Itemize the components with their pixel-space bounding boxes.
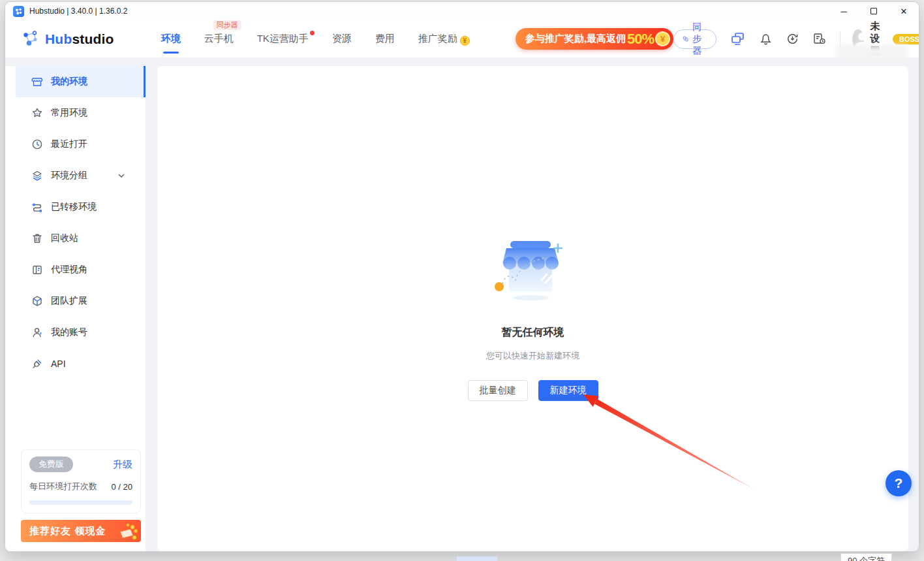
shop-icon [31,76,43,88]
bell-icon [759,32,773,46]
referral-banner[interactable]: 推荐好友 领现金 [21,520,141,542]
notification-dot [310,31,315,35]
app-window: Hubstudio | 3.40.0 | 1.36.0.2 ─ ✕ Hubstu… [5,1,919,552]
hubstudio-logo-icon [13,6,24,17]
check-update-button[interactable] [786,32,799,46]
empty-state-subtitle: 您可以快速开始新建环境 [486,350,579,362]
promotion-banner-highlight: 50% [627,31,654,48]
tab-resources[interactable]: 资源 [332,33,352,45]
trash-icon [31,232,43,244]
synchronizer-button[interactable]: 同步器 [673,29,716,49]
background-cutoff-text: 90 个字符 [840,553,892,561]
sidebar-item-favorite-environments[interactable]: 常用环境 [5,97,146,129]
sidebar-item-label: 回收站 [51,232,78,244]
sidebar-item-proxy-view[interactable]: 代理视角 [5,254,146,285]
star-icon [31,107,43,119]
role-badge: BOSS [893,34,919,44]
daily-open-quota-value: 0 / 20 [111,482,132,492]
sidebar-item-label: 团队扩展 [51,295,87,307]
sidebar-item-label: 环境分组 [51,170,87,182]
close-button[interactable]: ✕ [889,2,919,20]
hubstudio-logo[interactable]: Hubstudio [21,29,114,49]
update-icon [786,32,799,46]
daily-open-quota-label: 每日环境打开次数 [29,481,97,492]
referral-banner-text: 推荐好友 领现金 [29,525,106,537]
notifications-button[interactable] [759,32,773,46]
chevron-down-icon[interactable] [117,171,134,180]
sidebar-item-my-environments[interactable]: 我的环境 [16,66,146,97]
team-cube-icon [31,295,43,307]
layers-icon [31,170,43,182]
sidebar-item-recycle-bin[interactable]: 回收站 [5,223,146,254]
gift-coins-icon [111,521,138,542]
sidebar-item-label: 我的环境 [51,76,87,88]
operation-log-button[interactable] [812,32,827,46]
sidebar-item-label: 已转移环境 [51,201,97,213]
tab-billing[interactable]: 费用 [375,33,395,45]
promotion-banner-text: 参与推广奖励,最高返佣 [525,33,626,45]
coin-icon: ¥ [655,31,670,46]
sidebar-item-label: API [51,359,66,369]
hubstudio-molecule-icon [21,29,40,49]
tab-environment[interactable]: 环境 [161,33,181,45]
clock-icon [31,138,43,150]
sync-device-badge: 同步器 [213,20,241,30]
quota-progress-bar [29,500,132,505]
coin-icon: ¥ [460,36,470,46]
empty-state: 暂无任何环境 您可以快速开始新建环境 批量创建 新建环境 [157,66,908,401]
synchronizer-icon [683,33,688,44]
tab-promotion-rewards[interactable]: 推广奖励¥ [418,33,470,46]
sidebar-item-label: 代理视角 [51,264,87,276]
tab-tk-assistant[interactable]: TK运营助手 [257,33,309,45]
synchronizer-label: 同步器 [692,22,707,57]
sidebar-item-recently-opened[interactable]: 最近打开 [5,129,146,160]
plan-card: 免费版 升级 每日环境打开次数 0 / 20 [21,449,141,513]
batch-create-button[interactable]: 批量创建 [468,380,528,401]
window-manager-button[interactable] [730,31,746,46]
minimize-button[interactable]: ─ [829,2,859,20]
logo-text-studio: studio [72,31,114,46]
proxy-view-icon [31,264,43,276]
header: Hubstudio 环境 同步器 云手机 TK运营助手 资源 费用 推广奖励¥ … [5,20,919,57]
transfer-icon [31,201,43,213]
sidebar-item-team-expansion[interactable]: 团队扩展 [5,285,146,317]
empty-state-title: 暂无任何环境 [502,326,564,340]
main-panel: 暂无任何环境 您可以快速开始新建环境 批量创建 新建环境 [157,66,908,551]
plan-badge: 免费版 [29,457,73,472]
upgrade-link[interactable]: 升级 [113,458,132,471]
sidebar-item-label: 我的账号 [51,327,87,338]
sidebar-item-my-account[interactable]: 我的账号 [5,317,146,348]
window-title: Hubstudio | 3.40.0 | 1.36.0.2 [29,7,127,16]
sidebar-item-environment-groups[interactable]: 环境分组 [5,160,146,191]
main-nav: 环境 同步器 云手机 TK运营助手 资源 费用 推广奖励¥ [161,33,493,46]
maximize-button[interactable] [859,2,889,20]
create-environment-button[interactable]: 新建环境 [538,380,598,401]
log-document-icon [812,32,827,46]
help-button[interactable]: ? [886,470,912,496]
background-window-sliver [457,556,497,561]
sidebar: 我的环境 常用环境 最近打开 环境分组 已转移环境 回收站 [5,66,146,551]
sidebar-item-label: 最近打开 [51,138,87,150]
sidebar-item-transferred-environments[interactable]: 已转移环境 [5,191,146,223]
sidebar-item-api[interactable]: API [5,348,146,379]
multi-window-icon [730,31,746,46]
api-plug-icon [31,358,43,370]
account-icon [31,327,43,338]
empty-environments-illustration [484,237,582,302]
sidebar-item-label: 常用环境 [51,107,87,119]
maximize-icon [870,8,877,14]
logo-text-hub: Hub [45,31,72,46]
promotion-banner[interactable]: 参与推广奖励,最高返佣 50% ¥ [516,28,673,50]
header-divider [840,31,840,47]
tab-cloud-phone[interactable]: 同步器 云手机 [204,33,234,45]
titlebar: Hubstudio | 3.40.0 | 1.36.0.2 ─ ✕ [5,2,919,20]
